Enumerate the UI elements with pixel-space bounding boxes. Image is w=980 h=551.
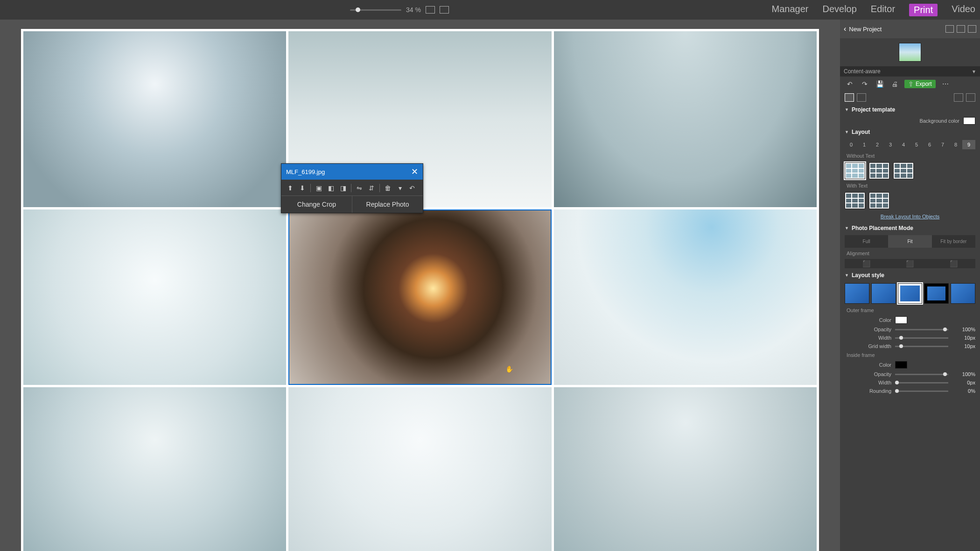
section-project-template[interactable]: ▼ Project template [840,104,980,116]
count-option[interactable]: 5 [910,140,923,149]
count-option-selected[interactable]: 9 [962,140,975,149]
export-button[interactable]: ⇪ Export [904,80,936,88]
cursor-hand-icon: ✋ [505,366,513,372]
outer-opacity-slider[interactable] [895,329,948,330]
count-option[interactable]: 8 [949,140,962,149]
image-tab-icon[interactable] [845,93,854,102]
fit-screen-icon[interactable] [426,6,435,14]
align-right-icon[interactable]: ⬛ [932,259,975,268]
flip-vertical-icon[interactable]: ⇵ [366,183,377,193]
count-option[interactable]: 7 [936,140,949,149]
inner-width-slider[interactable] [895,382,948,384]
duplicate-page-icon[interactable] [957,25,965,33]
with-text-label: With Text [840,181,980,190]
style-preset[interactable] [924,283,949,304]
align-center-icon[interactable]: ⬛ [888,259,931,268]
outer-grid-width-slider[interactable] [895,346,948,347]
chevron-down-icon[interactable]: ▾ [395,183,405,193]
placement-fit-border[interactable]: Fit by border [932,235,975,248]
photo-cell[interactable] [554,209,817,385]
section-title: Photo Placement Mode [852,225,913,231]
count-option[interactable]: 2 [871,140,884,149]
lock-icon[interactable] [954,93,963,102]
chevron-down-icon: ▼ [972,69,976,74]
count-option[interactable]: 6 [923,140,936,149]
canvas-viewport[interactable]: ✋ [0,20,840,551]
inner-opacity-value: 100% [952,371,975,377]
inner-color-swatch[interactable] [895,361,907,369]
module-develop[interactable]: Develop [822,4,856,16]
photo-cell[interactable] [288,387,551,551]
section-layout[interactable]: ▼ Layout [840,126,980,138]
photo-cell[interactable] [23,209,286,385]
placement-full[interactable]: Full [845,235,888,248]
more-icon[interactable]: ⋯ [940,79,951,89]
section-layout-style[interactable]: ▼ Layout style [840,269,980,281]
outer-grid-width-value: 10px [952,343,975,349]
stretch-icon[interactable]: ◨ [338,183,348,193]
print-icon[interactable]: 🖨 [889,79,900,89]
style-preset-selected[interactable] [898,283,923,304]
module-editor[interactable]: Editor [871,4,895,16]
panel-header: ‹ New Project [840,20,980,38]
module-video[interactable]: Video [952,4,975,16]
placement-fit[interactable]: Fit [888,235,931,248]
break-layout-link[interactable]: Break Layout Into Objects [840,211,980,222]
inner-opacity-slider[interactable] [895,374,948,375]
style-presets [840,281,980,306]
fullscreen-icon[interactable] [440,6,449,14]
bring-front-icon[interactable]: ⬆ [285,183,295,193]
layout-preset[interactable] [845,162,865,179]
redo-icon[interactable]: ↷ [860,79,870,89]
count-option[interactable]: 4 [897,140,910,149]
align-left-icon[interactable]: ⬛ [845,259,888,268]
count-option[interactable]: 0 [845,140,858,149]
new-page-icon[interactable] [945,25,954,33]
outer-color-swatch[interactable] [895,316,907,324]
flip-horizontal-icon[interactable]: ⇋ [354,183,364,193]
photo-cell[interactable] [23,387,286,551]
layout-preset[interactable] [869,162,889,179]
page-thumbnail[interactable] [899,43,921,62]
outer-opacity-value: 100% [952,327,975,332]
layout-preset[interactable] [893,162,914,179]
undo-icon[interactable]: ↶ [407,183,417,193]
opacity-label: Opacity [845,371,891,377]
style-preset[interactable] [951,283,975,304]
zoom-slider[interactable] [350,9,401,11]
fit-icon[interactable]: ▣ [314,183,324,193]
section-photo-placement[interactable]: ▼ Photo Placement Mode [840,222,980,234]
count-option[interactable]: 3 [884,140,897,149]
replace-photo-button[interactable]: Replace Photo [352,196,423,213]
back-icon[interactable]: ‹ [844,25,846,33]
photo-cell[interactable] [554,387,817,551]
zoom-slider-handle[interactable] [356,7,360,12]
layout-presets-without-text [840,160,980,181]
change-crop-button[interactable]: Change Crop [281,196,352,213]
fill-icon[interactable]: ◧ [326,183,336,193]
count-option[interactable]: 1 [858,140,871,149]
send-back-icon[interactable]: ⬇ [297,183,308,193]
outer-width-slider[interactable] [895,337,948,339]
inner-rounding-slider[interactable] [895,391,948,392]
close-icon[interactable]: ✕ [411,167,418,177]
module-print[interactable]: Print [909,4,938,16]
photo-cell[interactable] [554,31,817,207]
delete-page-icon[interactable] [968,25,976,33]
style-preset[interactable] [845,283,869,304]
module-manager[interactable]: Manager [772,4,809,16]
save-icon[interactable]: 💾 [875,79,885,89]
photo-cell[interactable] [23,31,286,207]
layout-preset[interactable] [845,192,865,209]
trash-icon[interactable]: 🗑 [383,183,393,193]
context-toolbar-header[interactable]: MLF_6199.jpg ✕ [281,164,423,180]
text-tab-icon[interactable] [857,93,866,102]
undo-icon[interactable]: ↶ [845,79,855,89]
eyedropper-icon[interactable] [966,93,975,102]
context-toolbar-buttons: Change Crop Replace Photo [281,195,423,213]
content-mode-select[interactable]: Content-aware ▼ [840,66,980,77]
photo-cell-selected[interactable]: ✋ [288,209,551,385]
background-color-swatch[interactable] [963,117,975,125]
style-preset[interactable] [871,283,896,304]
layout-preset[interactable] [869,192,889,209]
